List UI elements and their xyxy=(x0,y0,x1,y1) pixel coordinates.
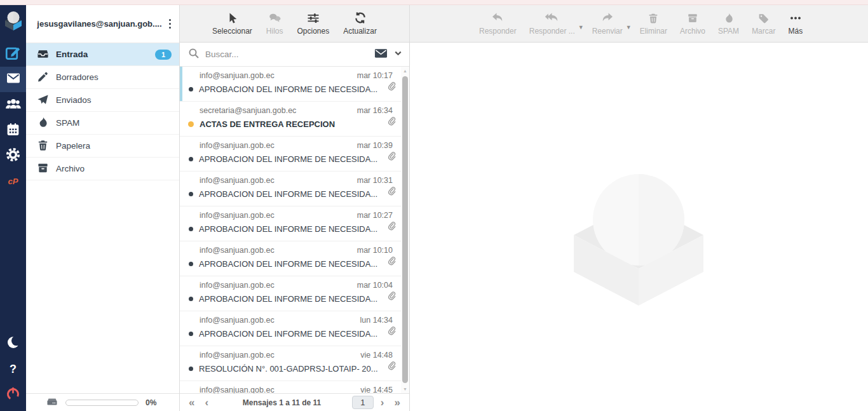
page-number-input[interactable]: 1 xyxy=(352,396,374,409)
mark-button[interactable]: Marcar xyxy=(746,9,781,38)
folder-item-spam[interactable]: SPAM xyxy=(26,112,179,135)
attachment-paperclip-icon xyxy=(387,325,397,339)
message-row[interactable]: info@sanjuan.gob.ec mar 10:27 APROBACION… xyxy=(180,206,409,241)
archive-button[interactable]: Archivo xyxy=(674,9,711,38)
message-time: mar 10:27 xyxy=(357,211,393,220)
spam-button[interactable]: SPAM xyxy=(712,9,745,38)
message-status-dot xyxy=(189,332,193,336)
last-page-button[interactable]: » xyxy=(391,397,403,408)
pointer-icon xyxy=(226,11,238,24)
mail-nav-button[interactable] xyxy=(0,67,26,92)
attachment-paperclip-icon xyxy=(387,116,397,129)
message-sender: info@sanjuan.gob.ec xyxy=(200,316,275,325)
message-subject: APROBACION DEL INFORME DE NECESIDA... xyxy=(199,294,393,304)
dark-mode-button[interactable] xyxy=(0,331,26,356)
mail-envelope-icon xyxy=(6,71,21,88)
more-label: Más xyxy=(788,27,803,36)
message-time: vie 14:48 xyxy=(360,351,393,360)
attachment-paperclip-icon xyxy=(387,360,397,374)
mark-label: Marcar xyxy=(752,27,775,36)
search-scope-envelope-icon[interactable] xyxy=(374,48,388,62)
help-button[interactable]: ? xyxy=(0,356,26,382)
message-status-dot xyxy=(189,87,193,91)
nav-rail: cP ? xyxy=(0,5,26,411)
options-label: Opciones xyxy=(297,27,329,36)
inbox-icon xyxy=(37,48,49,62)
message-row[interactable]: info@sanjuan.gob.ec mar 10:10 APROBACION… xyxy=(180,241,409,276)
message-row[interactable]: info@sanjuan.gob.ec mar 10:31 APROBACION… xyxy=(180,172,409,206)
refresh-button[interactable]: Actualizar xyxy=(337,9,383,38)
message-sender: info@sanjuan.gob.ec xyxy=(200,386,275,393)
reply-all-label: Responder ... xyxy=(529,27,575,36)
message-sender: info@sanjuan.gob.ec xyxy=(200,351,275,360)
folder-item-papelera[interactable]: Papelera xyxy=(26,135,179,158)
message-subject: APROBACION DEL INFORME DE NECESIDA... xyxy=(199,329,393,339)
browser-top-strip xyxy=(0,0,868,5)
moon-icon xyxy=(6,335,21,353)
more-button[interactable]: Más xyxy=(782,9,808,38)
message-row[interactable]: info@sanjuan.gob.ec mar 10:04 APROBACION… xyxy=(180,276,409,311)
calendar-nav-button[interactable] xyxy=(0,118,26,143)
message-row[interactable]: info@sanjuan.gob.ec vie 14:48 RESOLUCIÓN… xyxy=(180,346,409,381)
message-row[interactable]: info@sanjuan.gob.ec vie 14:45 xyxy=(180,381,409,393)
reply-all-button[interactable]: Responder ... xyxy=(524,9,581,38)
logout-button[interactable] xyxy=(0,382,26,407)
forward-button[interactable]: Reenviar xyxy=(587,9,628,38)
kebab-menu-icon[interactable] xyxy=(166,17,175,32)
quota-footer: 0% xyxy=(26,393,179,411)
threads-button[interactable]: Hilos xyxy=(261,9,289,38)
folder-item-borradores[interactable]: Borradores xyxy=(26,66,179,89)
first-page-button[interactable]: « xyxy=(186,397,198,408)
scroll-up-icon[interactable]: ▲ xyxy=(401,69,409,73)
message-row[interactable]: secretaria@sanjuan.gob.ec mar 16:34 ACTA… xyxy=(180,102,409,137)
message-status-dot xyxy=(188,121,194,127)
reply-button[interactable]: Responder xyxy=(473,9,522,38)
search-options-chevron-icon[interactable] xyxy=(393,48,403,60)
message-time: mar 10:17 xyxy=(357,71,393,80)
contacts-nav-button[interactable] xyxy=(0,92,26,118)
search-bar xyxy=(180,43,409,67)
message-row[interactable]: info@sanjuan.gob.ec mar 10:39 APROBACION… xyxy=(180,137,409,172)
list-scrollbar[interactable]: ▲ ▼ xyxy=(401,67,409,393)
message-row[interactable]: info@sanjuan.gob.ec mar 10:17 APROBACION… xyxy=(180,67,409,102)
prev-page-button[interactable]: ‹ xyxy=(201,397,212,408)
message-sender: info@sanjuan.gob.ec xyxy=(200,211,275,220)
trash-icon xyxy=(648,11,659,24)
folder-label: Papelera xyxy=(56,141,90,151)
ellipsis-icon xyxy=(789,11,802,24)
folders-panel: jesusgavilanes@sanjuan.gob.... Entrada 1 xyxy=(26,5,180,411)
folder-label: Entrada xyxy=(56,50,88,59)
next-page-button[interactable]: › xyxy=(377,397,388,408)
refresh-label: Actualizar xyxy=(343,27,377,36)
message-time: mar 16:34 xyxy=(357,106,393,115)
folder-item-entrada[interactable]: Entrada 1 xyxy=(26,43,179,66)
options-button[interactable]: Opciones xyxy=(291,9,335,38)
calendar-icon xyxy=(6,122,20,139)
message-sender: secretaria@sanjuan.gob.ec xyxy=(200,106,296,115)
message-subject: APROBACION DEL INFORME DE NECESIDA... xyxy=(199,154,393,164)
folder-item-archivo[interactable]: Archivo xyxy=(26,158,179,180)
fire-icon xyxy=(723,11,735,24)
search-input[interactable] xyxy=(205,50,369,59)
folder-item-enviados[interactable]: Enviados xyxy=(26,89,179,112)
scroll-down-icon[interactable]: ▼ xyxy=(401,387,409,391)
compose-button[interactable] xyxy=(0,41,26,67)
select-button[interactable]: Seleccionar xyxy=(207,9,258,38)
reply-all-caret-icon[interactable]: ▼ xyxy=(578,24,584,30)
forward-caret-icon[interactable]: ▼ xyxy=(626,24,632,30)
message-status-dot xyxy=(189,262,193,266)
attachment-paperclip-icon xyxy=(387,290,397,304)
delete-button[interactable]: Eliminar xyxy=(634,9,673,38)
folder-list: Entrada 1 Borradores Enviados xyxy=(26,43,179,180)
message-subject: ACTAS DE ENTREGA RECEPCION xyxy=(200,119,393,129)
spam-label: SPAM xyxy=(718,27,739,36)
message-row[interactable]: info@sanjuan.gob.ec lun 14:34 APROBACION… xyxy=(180,311,409,346)
message-sender: info@sanjuan.gob.ec xyxy=(200,281,275,290)
account-header[interactable]: jesusgavilanes@sanjuan.gob.... xyxy=(26,5,179,43)
cpanel-icon: cP xyxy=(8,177,18,186)
settings-nav-button[interactable] xyxy=(0,143,26,168)
cpanel-button[interactable]: cP xyxy=(0,168,26,194)
trash-icon xyxy=(37,139,49,153)
scrollbar-thumb[interactable] xyxy=(402,76,408,383)
delete-label: Eliminar xyxy=(640,27,667,36)
